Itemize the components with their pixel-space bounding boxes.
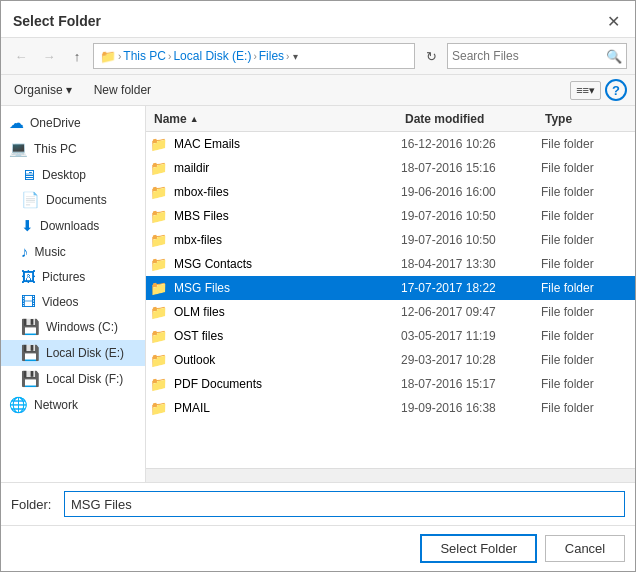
sidebar-label-network: Network xyxy=(34,398,78,412)
file-date: 29-03-2017 10:28 xyxy=(401,353,541,367)
file-type: File folder xyxy=(541,185,631,199)
sidebar-label-videos: Videos xyxy=(42,295,78,309)
sidebar-item-local-f[interactable]: 💾 Local Disk (F:) xyxy=(1,366,145,392)
table-row[interactable]: 📁 MSG Contacts 18-04-2017 13:30 File fol… xyxy=(146,252,635,276)
sidebar-item-windows-c[interactable]: 💾 Windows (C:) xyxy=(1,314,145,340)
folder-label: Folder: xyxy=(11,497,56,512)
table-row[interactable]: 📁 MAC Emails 16-12-2016 10:26 File folde… xyxy=(146,132,635,156)
sidebar-item-local-e[interactable]: 💾 Local Disk (E:) xyxy=(1,340,145,366)
view-button[interactable]: ≡≡ ▾ xyxy=(570,81,601,100)
file-type: File folder xyxy=(541,233,631,247)
sidebar-item-pictures[interactable]: 🖼 Pictures xyxy=(1,264,145,289)
search-box: 🔍 xyxy=(447,43,627,69)
file-name: MSG Files xyxy=(174,281,401,295)
folder-input[interactable] xyxy=(64,491,625,517)
new-folder-button[interactable]: New folder xyxy=(87,80,158,100)
file-list: 📁 MAC Emails 16-12-2016 10:26 File folde… xyxy=(146,132,635,468)
local-e-icon: 💾 xyxy=(21,344,40,362)
select-folder-button[interactable]: Select Folder xyxy=(420,534,537,563)
file-list-container: Name ▲ Date modified Type 📁 MAC Emails 1… xyxy=(146,106,635,482)
file-name: PDF Documents xyxy=(174,377,401,391)
col-name-header[interactable]: Name ▲ xyxy=(150,112,401,126)
sort-arrow: ▲ xyxy=(190,114,199,124)
help-button[interactable]: ? xyxy=(605,79,627,101)
local-f-icon: 💾 xyxy=(21,370,40,388)
file-type: File folder xyxy=(541,401,631,415)
back-button[interactable]: ← xyxy=(9,44,33,68)
organise-button[interactable]: Organise ▾ xyxy=(9,80,77,100)
search-input[interactable] xyxy=(452,49,606,63)
refresh-button[interactable]: ↻ xyxy=(419,43,443,69)
breadcrumb-sep4: › xyxy=(286,51,289,62)
organise-toolbar: Organise ▾ New folder ≡≡ ▾ ? xyxy=(1,75,635,106)
sidebar-item-network[interactable]: 🌐 Network xyxy=(1,392,145,418)
downloads-icon: ⬇ xyxy=(21,217,34,235)
table-row[interactable]: 📁 PMAIL 19-09-2016 16:38 File folder xyxy=(146,396,635,420)
breadcrumb-localdisk[interactable]: Local Disk (E:) xyxy=(173,49,251,63)
col-date-header[interactable]: Date modified xyxy=(401,112,541,126)
sidebar-item-downloads[interactable]: ⬇ Downloads xyxy=(1,213,145,239)
cancel-button[interactable]: Cancel xyxy=(545,535,625,562)
breadcrumb-sep3: › xyxy=(253,51,256,62)
breadcrumb-files[interactable]: Files xyxy=(259,49,284,63)
file-type: File folder xyxy=(541,329,631,343)
folder-icon: 📁 xyxy=(150,160,170,176)
action-buttons: Select Folder Cancel xyxy=(1,525,635,571)
desktop-icon: 🖥 xyxy=(21,166,36,183)
sidebar-item-thispc[interactable]: 💻 This PC xyxy=(1,136,145,162)
close-button[interactable]: ✕ xyxy=(603,11,623,31)
file-name: mbx-files xyxy=(174,233,401,247)
folder-icon: 📁 xyxy=(150,136,170,152)
file-type: File folder xyxy=(541,281,631,295)
folder-bar: Folder: xyxy=(1,482,635,525)
sidebar-label-music: Music xyxy=(35,245,66,259)
file-name: Outlook xyxy=(174,353,401,367)
view-arrow: ▾ xyxy=(589,84,595,97)
up-button[interactable]: ↑ xyxy=(65,44,89,68)
table-row[interactable]: 📁 OLM files 12-06-2017 09:47 File folder xyxy=(146,300,635,324)
file-name: OST files xyxy=(174,329,401,343)
sidebar-item-documents[interactable]: 📄 Documents xyxy=(1,187,145,213)
sidebar-label-pictures: Pictures xyxy=(42,270,85,284)
table-row[interactable]: 📁 OST files 03-05-2017 11:19 File folder xyxy=(146,324,635,348)
sidebar-item-music[interactable]: ♪ Music xyxy=(1,239,145,264)
table-row[interactable]: 📁 MBS Files 19-07-2016 10:50 File folder xyxy=(146,204,635,228)
file-date: 19-06-2016 16:00 xyxy=(401,185,541,199)
folder-icon: 📁 xyxy=(150,352,170,368)
breadcrumb-bar: 📁 › This PC › Local Disk (E:) › Files › … xyxy=(93,43,415,69)
file-name: OLM files xyxy=(174,305,401,319)
sidebar-item-onedrive[interactable]: ☁ OneDrive xyxy=(1,110,145,136)
forward-button[interactable]: → xyxy=(37,44,61,68)
table-row[interactable]: 📁 mbx-files 19-07-2016 10:50 File folder xyxy=(146,228,635,252)
sidebar-label-local-e: Local Disk (E:) xyxy=(46,346,124,360)
file-name: PMAIL xyxy=(174,401,401,415)
breadcrumb-dropdown-btn[interactable]: ▾ xyxy=(291,51,300,62)
col-type-header[interactable]: Type xyxy=(541,112,631,126)
breadcrumb-home-icon: 📁 xyxy=(100,49,116,64)
folder-icon: 📁 xyxy=(150,232,170,248)
table-row[interactable]: 📁 maildir 18-07-2016 15:16 File folder xyxy=(146,156,635,180)
table-row[interactable]: 📁 Outlook 29-03-2017 10:28 File folder xyxy=(146,348,635,372)
folder-icon: 📁 xyxy=(150,304,170,320)
table-row[interactable]: 📁 PDF Documents 18-07-2016 15:17 File fo… xyxy=(146,372,635,396)
network-icon: 🌐 xyxy=(9,396,28,414)
folder-icon: 📁 xyxy=(150,280,170,296)
file-date: 17-07-2017 18:22 xyxy=(401,281,541,295)
select-folder-dialog: Select Folder ✕ ← → ↑ 📁 › This PC › Loca… xyxy=(0,0,636,572)
file-type: File folder xyxy=(541,161,631,175)
view-icon: ≡≡ xyxy=(576,84,589,96)
breadcrumb-thispc[interactable]: This PC xyxy=(123,49,166,63)
breadcrumb-sep2: › xyxy=(168,51,171,62)
sidebar-label-documents: Documents xyxy=(46,193,107,207)
table-row[interactable]: 📁 mbox-files 19-06-2016 16:00 File folde… xyxy=(146,180,635,204)
horizontal-scrollbar[interactable] xyxy=(146,468,635,482)
file-type: File folder xyxy=(541,257,631,271)
folder-icon: 📁 xyxy=(150,376,170,392)
table-row[interactable]: 📁 MSG Files 17-07-2017 18:22 File folder xyxy=(146,276,635,300)
sidebar-item-videos[interactable]: 🎞 Videos xyxy=(1,289,145,314)
sidebar-item-desktop[interactable]: 🖥 Desktop xyxy=(1,162,145,187)
breadcrumb-separator: › xyxy=(118,51,121,62)
file-name: MBS Files xyxy=(174,209,401,223)
file-date: 12-06-2017 09:47 xyxy=(401,305,541,319)
file-name: maildir xyxy=(174,161,401,175)
